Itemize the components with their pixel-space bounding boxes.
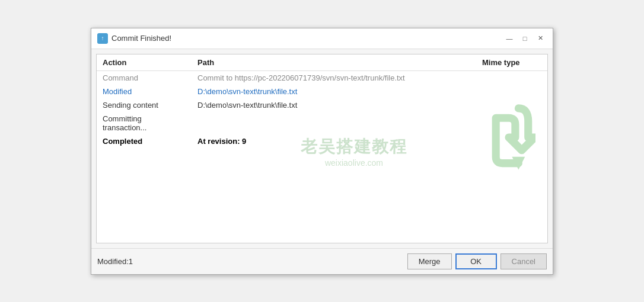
table-row: Modified D:\demo\svn-text\trunk\file.txt [97,85,547,98]
content-area: Action Path Mime type Command Commit to … [96,54,548,243]
merge-button[interactable]: Merge [407,253,452,269]
window-title: Commit Finished! [111,34,171,43]
path-sending: D:\demo\svn-text\trunk\file.txt [192,98,476,112]
table-row: Sending content D:\demo\svn-text\trunk\f… [97,98,547,112]
table-row: Completed At revision: 9 [97,134,547,148]
status-text: Modified:1 [97,257,133,266]
path-modified-link[interactable]: D:\demo\svn-text\trunk\file.txt [197,87,297,96]
table-header-row: Action Path Mime type [97,54,547,71]
path-command: Commit to https://pc-202206071739/svn/sv… [192,70,476,85]
modified-link[interactable]: Modified [103,87,132,96]
footer: Modified:1 Merge OK Cancel [91,248,553,274]
path-modified: D:\demo\svn-text\trunk\file.txt [192,85,476,98]
cancel-button[interactable]: Cancel [500,253,547,269]
app-icon: ↑ [97,33,108,44]
table-row: Command Commit to https://pc-20220607173… [97,70,547,85]
action-sending: Sending content [97,98,192,112]
success-arrow-icon [482,102,535,173]
commit-dialog: ↑ Commit Finished! — □ ✕ Action Path Mim… [91,28,553,275]
minimize-button[interactable]: — [503,33,516,44]
action-modified: Modified [97,85,192,98]
mime-modified [476,85,547,98]
col-header-action: Action [97,54,192,71]
path-completed: At revision: 9 [192,134,476,148]
results-table: Action Path Mime type Command Commit to … [97,54,547,148]
action-command: Command [97,70,192,85]
title-bar: ↑ Commit Finished! — □ ✕ [91,28,553,49]
close-button[interactable]: ✕ [534,33,547,44]
window-controls: — □ ✕ [503,33,547,44]
action-completed: Completed [97,134,192,148]
footer-buttons: Merge OK Cancel [407,253,547,269]
mime-command [476,70,547,85]
table-row: Committing transaction... [97,112,547,134]
col-header-mime: Mime type [476,54,547,71]
ok-button[interactable]: OK [455,253,497,269]
path-committing [192,112,476,134]
action-committing: Committing transaction... [97,112,192,134]
watermark-english: weixiaolive.com [301,158,407,168]
col-header-path: Path [192,54,476,71]
title-bar-left: ↑ Commit Finished! [97,33,171,44]
maximize-button[interactable]: □ [518,33,531,44]
